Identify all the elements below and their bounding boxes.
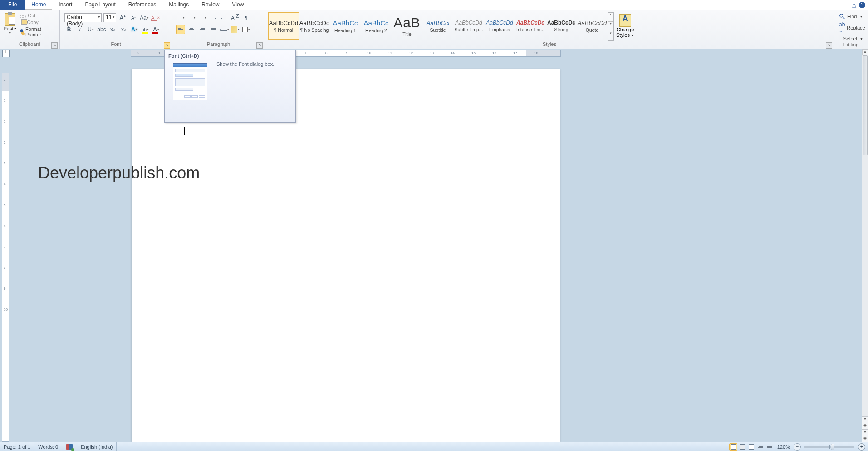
tab-insert[interactable]: Insert [52,0,78,10]
paste-dropdown-icon[interactable]: ▼ [8,31,11,35]
superscript-button[interactable]: x2 [119,25,128,34]
tab-references[interactable]: References [122,0,162,10]
scroll-thumb[interactable] [863,55,868,155]
style-subtitle[interactable]: AaBbCciSubtitle [422,12,453,40]
paragraph-launcher[interactable]: ↘ [256,42,263,49]
bullets-button[interactable] [176,13,185,22]
tab-mailings[interactable]: Mailings [162,0,195,10]
paste-icon [5,13,15,26]
style-heading-1[interactable]: AaBbCcHeading 1 [330,12,361,40]
browse-object-button[interactable]: ● [862,429,868,436]
status-bar: Page: 1 of 1 Words: 0 English (India) 12… [0,442,868,451]
highlight-button[interactable]: ab [141,25,150,34]
group-paragraph: ◂ ▸ A↓Z ¶ ↕ Paragraph↘ [172,10,265,49]
paste-button[interactable]: Paste ▼ [2,11,18,41]
style-heading-2[interactable]: AaBbCcHeading 2 [361,12,392,40]
next-page-button[interactable]: ◉ [862,436,868,442]
text-cursor [184,127,185,135]
proofing-button[interactable] [62,442,77,451]
paragraph-group-label: Paragraph [207,41,230,47]
styles-scrollbar[interactable]: ▲▼▾ [608,12,614,41]
style-intense-emphasis[interactable]: AaBbCcDcIntense Em... [515,12,546,40]
watermark-text: Developerpublish.com [38,164,200,183]
language-indicator[interactable]: English (India) [77,442,117,451]
align-right-button[interactable] [198,25,207,34]
vertical-ruler[interactable]: 2112345678910 [2,73,9,442]
font-color-button[interactable]: A [152,25,161,34]
underline-button[interactable]: U [86,25,95,34]
editing-group-label: Editing [843,42,859,47]
tab-selector[interactable]: └ [2,50,10,57]
align-left-button[interactable] [176,25,185,34]
zoom-level[interactable]: 120% [777,444,790,450]
scroll-down-arrow[interactable]: ▼ [862,416,868,423]
align-center-button[interactable] [187,25,196,34]
tab-view[interactable]: View [226,0,250,10]
minimize-ribbon-icon[interactable]: △ [852,2,856,8]
tab-file[interactable]: File [0,0,25,10]
format-painter-button[interactable]: Format Painter [20,26,58,37]
shading-button[interactable] [230,25,240,34]
group-styles: AaBbCcDd¶ Normal AaBbCcDd¶ No Spacing Aa… [265,10,834,49]
subscript-button[interactable]: x2 [108,25,117,34]
outline-view[interactable] [756,443,765,451]
style-subtle-emphasis[interactable]: AaBbCcDdSubtle Emp... [453,12,484,40]
style-strong[interactable]: AaBbCcDcStrong [546,12,577,40]
web-layout-view[interactable] [747,443,755,451]
replace-button[interactable]: ab↔Replace [839,21,863,34]
cut-button[interactable]: Cut [20,13,58,18]
prev-page-button[interactable]: ◉ [862,423,868,429]
font-name-combo[interactable]: Calibri (Body) [64,13,102,22]
style-title[interactable]: AaBTitle [392,12,422,40]
select-icon [839,36,841,41]
borders-button[interactable] [241,25,250,34]
styles-launcher[interactable]: ↘ [826,42,832,49]
help-icon[interactable]: ? [859,2,865,8]
text-effects-button[interactable]: A [130,25,139,34]
tab-review[interactable]: Review [195,0,226,10]
scissors-icon [20,13,26,18]
tab-home[interactable]: Home [25,0,52,10]
copy-button[interactable]: Copy [20,20,58,25]
select-button[interactable]: Select▼ [839,36,863,41]
strikethrough-button[interactable]: abc [97,25,106,34]
tab-page-layout[interactable]: Page Layout [78,0,122,10]
change-styles-icon [619,14,631,27]
line-spacing-button[interactable]: ↕ [220,25,229,34]
sort-button[interactable]: A↓Z [230,13,240,22]
style-no-spacing[interactable]: AaBbCcDd¶ No Spacing [299,12,330,40]
font-launcher[interactable]: ↘ [164,42,170,49]
change-styles-button[interactable]: Change Styles ▼ [614,12,637,41]
clipboard-group-label: Clipboard [19,41,40,47]
change-case-button[interactable]: Aa [140,13,149,22]
shrink-font-button[interactable]: A▾ [129,13,138,22]
svg-line-1 [843,17,844,19]
decrease-indent-button[interactable]: ◂ [209,13,218,22]
find-button[interactable]: Find▼ [839,13,863,20]
grow-font-button[interactable]: A▴ [118,13,127,22]
show-hide-button[interactable]: ¶ [241,13,250,22]
zoom-slider[interactable] [804,446,854,448]
font-size-combo[interactable]: 11 [103,13,116,22]
scroll-up-arrow[interactable]: ▲ [862,49,868,55]
zoom-out-button[interactable]: − [794,443,801,451]
increase-indent-button[interactable]: ▸ [220,13,229,22]
style-quote[interactable]: AaBbCcDdQuote [577,12,608,40]
vertical-scrollbar[interactable]: ▲ ▼ ◉ ● ◉ [862,49,868,442]
draft-view[interactable] [765,443,774,451]
clipboard-launcher[interactable]: ↘ [51,42,58,49]
page-indicator[interactable]: Page: 1 of 1 [0,442,34,451]
full-screen-view[interactable] [738,443,746,451]
document-page[interactable] [132,69,560,442]
print-layout-view[interactable] [729,443,737,451]
clear-formatting-button[interactable]: A✕ [151,13,160,22]
font-group-label: Font [111,41,121,47]
style-emphasis[interactable]: AaBbCcDdEmphasis [484,12,515,40]
multilevel-list-button[interactable] [198,13,207,22]
style-normal[interactable]: AaBbCcDd¶ Normal [268,12,299,40]
justify-button[interactable] [209,25,218,34]
zoom-in-button[interactable]: + [858,443,865,451]
numbering-button[interactable] [187,13,196,22]
word-count[interactable]: Words: 0 [34,442,62,451]
copy-icon [20,20,25,25]
